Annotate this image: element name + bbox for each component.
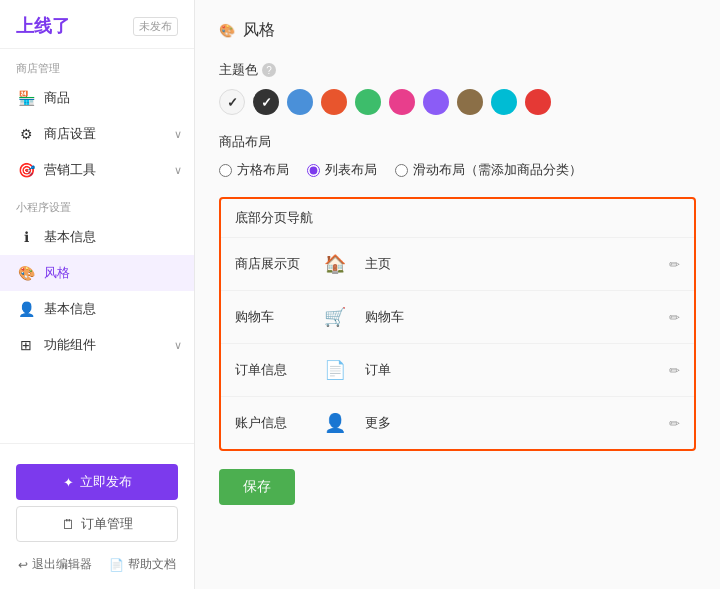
layout-option-list[interactable]: 列表布局 [307, 161, 377, 179]
sidebar-item-basicinfo2-label: 基本信息 [44, 300, 96, 318]
info-icon: ℹ [16, 229, 36, 245]
nav-row-order-edit-icon[interactable]: ✏ [669, 363, 680, 378]
sidebar-item-style-label: 风格 [44, 264, 70, 282]
color-swatch-pink[interactable] [389, 89, 415, 115]
main-content: 🎨 风格 主题色 ? 商品布局 [195, 0, 720, 589]
page-title: 风格 [243, 20, 275, 41]
nav-row-shop-name: 主页 [365, 255, 653, 273]
color-swatch-blue[interactable] [287, 89, 313, 115]
user-icon: 👤 [16, 301, 36, 317]
exit-editor-button[interactable]: ↩ 退出编辑器 [18, 556, 92, 573]
color-swatch-green[interactable] [355, 89, 381, 115]
components-icon: ⊞ [16, 337, 36, 353]
sidebar-item-marketing[interactable]: 🎯 营销工具 ∨ [0, 152, 194, 188]
help-icon: 📄 [109, 558, 124, 572]
arrow-icon: ∨ [174, 128, 182, 141]
nav-row-order-label: 订单信息 [235, 361, 305, 379]
nav-row-cart-label: 购物车 [235, 308, 305, 326]
goods-icon: 🏪 [16, 90, 36, 106]
layout-radio-group: 方格布局 列表布局 滑动布局（需添加商品分类） [219, 161, 696, 179]
sidebar: 上线了 未发布 商店管理 🏪 商品 ⚙ 商店设置 ∨ 🎯 营销工具 ∨ 小程序设… [0, 0, 195, 589]
publish-label: 立即发布 [80, 473, 132, 491]
publish-button[interactable]: ✦ 立即发布 [16, 464, 178, 500]
sidebar-logo: 上线了 [16, 14, 70, 38]
order-icon: 📄 [321, 356, 349, 384]
product-layout-section: 商品布局 方格布局 列表布局 滑动布局（需添加商品分类） [219, 133, 696, 179]
arrow-icon: ∨ [174, 164, 182, 177]
color-swatch-brown[interactable] [457, 89, 483, 115]
publish-icon: ✦ [63, 475, 74, 490]
section-label-miniapp: 小程序设置 [0, 188, 194, 219]
nav-row-order: 订单信息 📄 订单 ✏ [221, 344, 694, 397]
nav-row-order-name: 订单 [365, 361, 653, 379]
sidebar-item-shop-settings[interactable]: ⚙ 商店设置 ∨ [0, 116, 194, 152]
sidebar-item-basicinfo-label: 基本信息 [44, 228, 96, 246]
sidebar-bottom: ✦ 立即发布 🗒 订单管理 ↩ 退出编辑器 📄 帮助文档 [0, 443, 194, 589]
layout-radio-list[interactable] [307, 164, 320, 177]
color-swatches [219, 89, 696, 115]
cart-icon: 🛒 [321, 303, 349, 331]
sidebar-item-style[interactable]: 🎨 风格 [0, 255, 194, 291]
nav-row-shop-label: 商店展示页 [235, 255, 305, 273]
nav-row-account: 账户信息 👤 更多 ✏ [221, 397, 694, 449]
layout-list-label: 列表布局 [325, 161, 377, 179]
sidebar-item-basic-info[interactable]: ℹ 基本信息 [0, 219, 194, 255]
layout-grid-label: 方格布局 [237, 161, 289, 179]
sidebar-item-components[interactable]: ⊞ 功能组件 ∨ [0, 327, 194, 363]
theme-color-section: 主题色 ? [219, 61, 696, 115]
sidebar-item-goods-label: 商品 [44, 89, 70, 107]
nav-row-shop: 商店展示页 🏠 主页 ✏ [221, 238, 694, 291]
style-icon: 🎨 [16, 265, 36, 281]
publish-status-badge: 未发布 [133, 17, 178, 36]
theme-color-help-icon[interactable]: ? [262, 63, 276, 77]
sidebar-item-components-label: 功能组件 [44, 336, 96, 354]
theme-color-label: 主题色 ? [219, 61, 696, 79]
color-swatch-cyan[interactable] [491, 89, 517, 115]
exit-icon: ↩ [18, 558, 28, 572]
style-page-icon: 🎨 [219, 23, 235, 38]
color-swatch-black[interactable] [253, 89, 279, 115]
bottom-nav-section: 底部分页导航 商店展示页 🏠 主页 ✏ 购物车 🛒 购物车 ✏ 订单信息 📄 订… [219, 197, 696, 451]
sidebar-item-goods[interactable]: 🏪 商品 [0, 80, 194, 116]
layout-option-grid[interactable]: 方格布局 [219, 161, 289, 179]
nav-row-cart: 购物车 🛒 购物车 ✏ [221, 291, 694, 344]
color-swatch-red[interactable] [525, 89, 551, 115]
nav-row-shop-edit-icon[interactable]: ✏ [669, 257, 680, 272]
sidebar-item-settings-label: 商店设置 [44, 125, 96, 143]
arrow-icon: ∨ [174, 339, 182, 352]
color-swatch-purple[interactable] [423, 89, 449, 115]
layout-option-scroll[interactable]: 滑动布局（需添加商品分类） [395, 161, 582, 179]
marketing-icon: 🎯 [16, 162, 36, 178]
nav-row-cart-edit-icon[interactable]: ✏ [669, 310, 680, 325]
nav-row-account-name: 更多 [365, 414, 653, 432]
sidebar-item-basic-info2[interactable]: 👤 基本信息 [0, 291, 194, 327]
account-icon: 👤 [321, 409, 349, 437]
help-label: 帮助文档 [128, 556, 176, 573]
sidebar-header: 上线了 未发布 [0, 0, 194, 49]
section-label-shop: 商店管理 [0, 49, 194, 80]
layout-scroll-label: 滑动布局（需添加商品分类） [413, 161, 582, 179]
settings-icon: ⚙ [16, 126, 36, 142]
order-icon: 🗒 [62, 517, 75, 532]
page-header: 🎨 风格 [219, 20, 696, 41]
order-label: 订单管理 [81, 515, 133, 533]
save-button[interactable]: 保存 [219, 469, 295, 505]
help-docs-button[interactable]: 📄 帮助文档 [109, 556, 176, 573]
order-management-button[interactable]: 🗒 订单管理 [16, 506, 178, 542]
exit-label: 退出编辑器 [32, 556, 92, 573]
layout-radio-grid[interactable] [219, 164, 232, 177]
product-layout-label: 商品布局 [219, 133, 696, 151]
nav-section-header: 底部分页导航 [221, 199, 694, 238]
nav-row-account-edit-icon[interactable]: ✏ [669, 416, 680, 431]
color-swatch-white[interactable] [219, 89, 245, 115]
nav-row-account-label: 账户信息 [235, 414, 305, 432]
color-swatch-orange[interactable] [321, 89, 347, 115]
sidebar-footer-actions: ↩ 退出编辑器 📄 帮助文档 [0, 550, 194, 579]
sidebar-item-marketing-label: 营销工具 [44, 161, 96, 179]
layout-radio-scroll[interactable] [395, 164, 408, 177]
home-icon: 🏠 [321, 250, 349, 278]
nav-row-cart-name: 购物车 [365, 308, 653, 326]
